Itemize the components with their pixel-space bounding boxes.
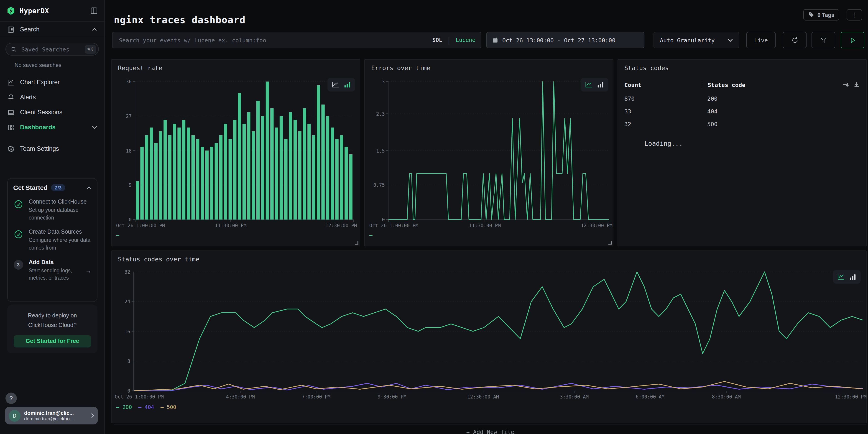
panel-toggle-icon xyxy=(90,7,98,14)
step-desc: Start sending logs, metrics, or traces xyxy=(29,267,80,282)
chevron-up-icon[interactable] xyxy=(87,186,92,189)
y-axis-tick-label: 1.5 xyxy=(376,148,385,153)
bar-chart-icon[interactable] xyxy=(344,82,351,88)
hyperdx-logo-icon xyxy=(6,6,16,15)
resize-handle[interactable] xyxy=(355,241,359,245)
filter-button[interactable] xyxy=(811,32,835,48)
saved-searches-box[interactable]: ⌘K xyxy=(5,43,99,56)
filter-icon xyxy=(820,37,827,43)
table-row[interactable]: 32 500 xyxy=(624,121,860,127)
legend-series-dash: — xyxy=(116,232,119,238)
sidebar-item-client-sessions[interactable]: Client Sessions xyxy=(0,105,104,120)
loading-text: Loading... xyxy=(644,140,683,147)
sidebar-item-search[interactable]: Search xyxy=(0,22,104,37)
check-circle-icon xyxy=(13,229,23,252)
search-icon xyxy=(11,46,17,52)
table-row[interactable]: 33 404 xyxy=(624,108,860,115)
resize-handle[interactable] xyxy=(609,241,612,245)
dashboards-icon xyxy=(7,124,14,131)
table-row[interactable]: 870 200 xyxy=(624,95,860,102)
sidebar-item-team-settings[interactable]: Team Settings xyxy=(0,141,104,156)
legend-item-404[interactable]: — 404 xyxy=(138,404,154,410)
dashboard-menu-button[interactable]: ⋮ xyxy=(846,9,862,21)
chart-type-toggle xyxy=(833,270,861,284)
chart-legend: — xyxy=(116,232,119,238)
y-axis-tick-label: 36 xyxy=(126,79,132,84)
laptop-icon xyxy=(7,108,14,116)
get-started-step-connect[interactable]: Connect to ClickHouse Set up your databa… xyxy=(13,198,92,222)
sql-mode-toggle[interactable]: SQL xyxy=(432,37,442,43)
column-header-count[interactable]: Count xyxy=(624,82,702,88)
y-axis-tick-label: 24 xyxy=(125,299,130,304)
live-button[interactable]: Live xyxy=(746,32,776,48)
sidebar-nav: Chart Explorer Alerts Client Sessions Da… xyxy=(0,71,104,156)
chart-type-toggle xyxy=(328,78,355,92)
granularity-select[interactable]: Auto Granularity xyxy=(653,32,739,48)
status-codes-chart[interactable]: 08162432Oct 26 1:00:00 PM4:30:00 PM7:00:… xyxy=(133,272,863,391)
play-icon xyxy=(849,37,856,43)
date-range-picker[interactable]: Oct 26 13:00:00 - Oct 27 13:00:00 xyxy=(486,32,644,48)
y-axis-tick-label: 27 xyxy=(126,114,132,119)
bar-chart-icon[interactable] xyxy=(597,82,604,88)
sidebar-item-dashboards[interactable]: Dashboards xyxy=(0,120,104,135)
x-axis-tick-label: 12:30:00 PM xyxy=(835,394,867,399)
y-axis-tick-label: 0 xyxy=(382,217,385,222)
y-axis-tick-label: 2.3 xyxy=(376,111,385,116)
legend-item-200[interactable]: — 200 xyxy=(116,404,132,410)
sidebar-header: HyperDX xyxy=(0,0,104,22)
lucene-mode-toggle[interactable]: Lucene xyxy=(456,37,475,43)
chevron-up-icon xyxy=(92,28,97,31)
request-rate-chart[interactable]: 09182736Oct 26 1:00:00 PM11:30:00 PM12:3… xyxy=(135,82,353,220)
y-axis-tick-label: 0.75 xyxy=(373,182,385,188)
sidebar-item-label: Team Settings xyxy=(20,145,97,152)
avatar: D xyxy=(9,410,21,422)
y-axis-tick-label: 16 xyxy=(125,329,130,334)
legend-item-500[interactable]: — 500 xyxy=(160,404,176,410)
tags-button[interactable]: 0 Tags xyxy=(803,9,839,21)
get-started-step-add-data[interactable]: 3 Add Data Start sending logs, metrics, … xyxy=(13,259,92,282)
refresh-button[interactable] xyxy=(783,32,807,48)
errors-chart[interactable]: 00.751.52.33Oct 26 1:00:00 PM11:30:00 PM… xyxy=(388,82,609,220)
x-axis-tick-label: 11:30:00 PM xyxy=(469,223,501,228)
event-search-input[interactable] xyxy=(118,36,428,44)
line-chart-icon[interactable] xyxy=(837,274,845,280)
x-axis-tick-label: 12:30:00 AM xyxy=(467,394,499,399)
chart-explorer-icon xyxy=(7,79,14,86)
sort-icon[interactable] xyxy=(842,82,849,88)
panel-title: Request rate xyxy=(118,64,162,71)
search-list-icon xyxy=(7,26,14,33)
column-header-status-code[interactable]: Status code xyxy=(702,82,842,88)
x-axis-tick-label: 11:30:00 PM xyxy=(215,223,247,228)
user-menu[interactable]: D dominic.tran@clic... dominic.tran@clic… xyxy=(5,407,98,425)
bar-chart-icon[interactable] xyxy=(849,274,856,280)
download-icon[interactable] xyxy=(854,82,860,88)
get-started-step-sources[interactable]: Create Data Sources Configure where your… xyxy=(13,229,92,252)
sidebar-item-label: Chart Explorer xyxy=(20,79,97,86)
line-chart-icon[interactable] xyxy=(332,82,339,88)
panel-status-codes: Status codes Count Status code 870 200 3… xyxy=(618,59,867,246)
panel-request-rate: Request rate 09182736Oct 26 1:00:00 PM11… xyxy=(111,59,360,246)
saved-searches-input[interactable] xyxy=(21,45,81,53)
sidebar-item-chart-explorer[interactable]: Chart Explorer xyxy=(0,75,104,90)
x-axis-tick-label: Oct 26 1:00:00 PM xyxy=(369,223,418,228)
run-query-button[interactable] xyxy=(841,32,864,48)
legend-series-dash: — xyxy=(369,232,373,238)
x-axis-tick-label: 4:30:00 PM xyxy=(226,394,255,399)
get-started-free-button[interactable]: Get Started for Free xyxy=(14,335,91,347)
sidebar-item-alerts[interactable]: Alerts xyxy=(0,90,104,105)
panel-title: Errors over time xyxy=(371,64,430,71)
sidebar-collapse-button[interactable] xyxy=(90,7,98,14)
tags-label: 0 Tags xyxy=(817,11,834,18)
step-title: Create Data Sources xyxy=(29,229,92,235)
gear-icon xyxy=(7,145,14,152)
add-new-tile-button[interactable]: + Add New Tile xyxy=(114,424,867,434)
sidebar-item-label: Search xyxy=(20,26,87,33)
line-chart-icon[interactable] xyxy=(585,82,592,88)
panel-errors-over-time: Errors over time 00.751.52.33Oct 26 1:00… xyxy=(364,59,613,246)
y-axis-tick-label: 8 xyxy=(127,359,130,364)
cell-status-code: 200 xyxy=(702,95,860,102)
tag-icon xyxy=(808,12,814,18)
help-button[interactable]: ? xyxy=(5,393,17,404)
sidebar-item-label: Dashboards xyxy=(20,124,87,131)
deploy-promo-card: Ready to deploy on ClickHouse Cloud? Get… xyxy=(7,305,97,353)
